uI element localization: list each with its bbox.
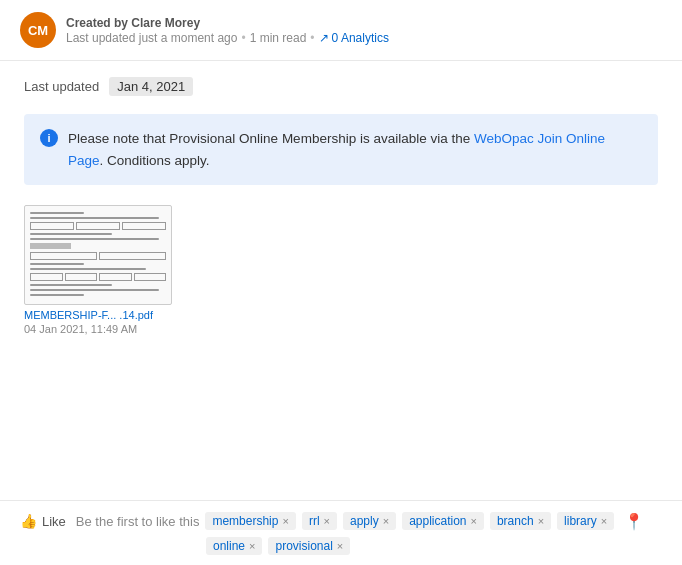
avatar: CM [20,12,56,48]
tag-membership[interactable]: membership × [205,512,295,530]
separator-1: • [241,31,245,45]
attachment-name[interactable]: MEMBERSHIP-F... .14.pdf [24,309,153,321]
like-icon: 👍 [20,513,37,529]
tag-rrl[interactable]: rrl × [302,512,337,530]
analytics-label: 0 Analytics [332,31,389,45]
info-box: i Please note that Provisional Online Me… [24,114,658,185]
separator-2: • [310,31,314,45]
tag-online[interactable]: online × [206,537,262,555]
tag-membership-label: membership [212,514,278,528]
location-icon[interactable]: 📍 [624,512,644,531]
info-text-before-link: Please note that Provisional Online Memb… [68,131,474,146]
tag-provisional-label: provisional [275,539,332,553]
info-text-after-link: . Conditions apply. [100,153,210,168]
tag-application-remove[interactable]: × [471,515,477,527]
tag-library-label: library [564,514,597,528]
last-updated-date: Jan 4, 2021 [109,77,193,96]
footer-tags: 👍 Like Be the first to like this members… [0,500,682,565]
meta-row: Last updated just a moment ago • 1 min r… [66,31,662,45]
like-label: Like [42,514,66,529]
tag-provisional[interactable]: provisional × [268,537,350,555]
content-area: Last updated Jan 4, 2021 i Please note t… [0,61,682,351]
tag-rrl-remove[interactable]: × [324,515,330,527]
header-meta: Created by Clare Morey Last updated just… [66,16,662,45]
tag-branch[interactable]: branch × [490,512,551,530]
tag-library-remove[interactable]: × [601,515,607,527]
tag-apply[interactable]: apply × [343,512,396,530]
read-time: 1 min read [250,31,307,45]
tag-provisional-remove[interactable]: × [337,540,343,552]
tag-application[interactable]: application × [402,512,484,530]
tag-membership-remove[interactable]: × [282,515,288,527]
attachment-thumbnail [24,205,172,305]
attachment-date: 04 Jan 2021, 11:49 AM [24,323,137,335]
created-by: Created by Clare Morey [66,16,662,30]
last-updated-row: Last updated Jan 4, 2021 [24,77,658,96]
tag-online-remove[interactable]: × [249,540,255,552]
attachment-item[interactable]: MEMBERSHIP-F... .14.pdf 04 Jan 2021, 11:… [24,205,179,335]
tag-library[interactable]: library × [557,512,614,530]
attachment-area: MEMBERSHIP-F... .14.pdf 04 Jan 2021, 11:… [24,205,658,335]
tag-branch-remove[interactable]: × [538,515,544,527]
last-updated-text: Last updated just a moment ago [66,31,237,45]
like-button[interactable]: 👍 Like [16,511,70,531]
last-updated-label: Last updated [24,79,99,94]
info-icon: i [40,129,58,147]
info-text: Please note that Provisional Online Memb… [68,128,642,171]
analytics-link[interactable]: ↗ 0 Analytics [319,31,389,45]
tag-application-label: application [409,514,466,528]
tag-branch-label: branch [497,514,534,528]
analytics-icon: ↗ [319,31,329,45]
tag-online-label: online [213,539,245,553]
page-header: CM Created by Clare Morey Last updated j… [0,0,682,61]
tag-rrl-label: rrl [309,514,320,528]
tag-apply-label: apply [350,514,379,528]
tag-apply-remove[interactable]: × [383,515,389,527]
tag-row-2: online × provisional × [16,537,666,555]
first-to-like: Be the first to like this [76,514,200,529]
